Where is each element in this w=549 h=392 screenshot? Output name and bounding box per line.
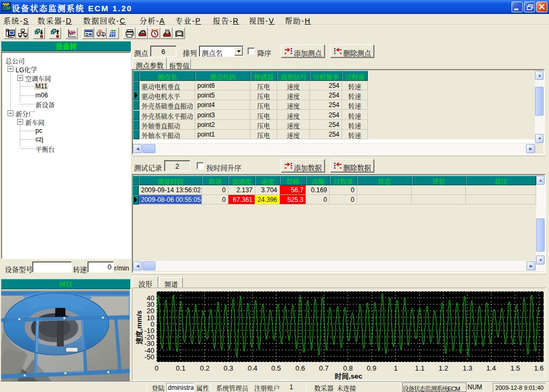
svg-text:CM: CM <box>3 5 10 11</box>
